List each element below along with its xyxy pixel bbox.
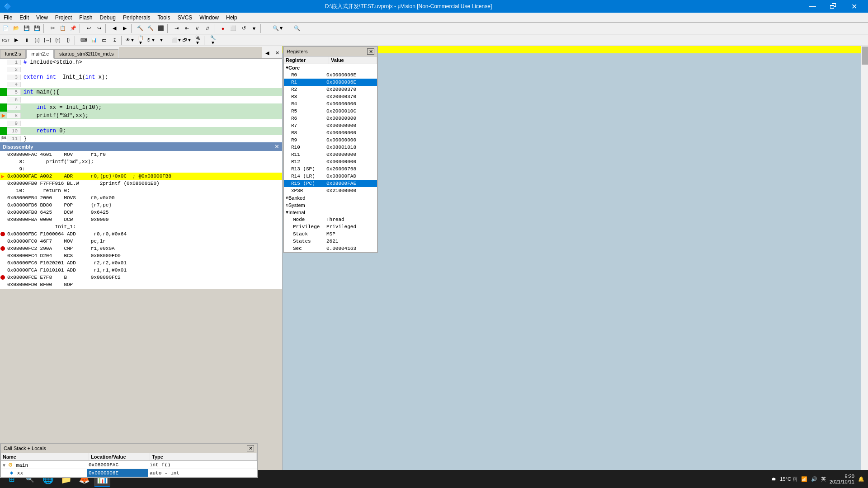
core-collapse-icon[interactable]: ▼ [284, 66, 288, 70]
taskbar-date: 2021/10/11 [830, 479, 854, 484]
tab-scroll-right[interactable]: ✕ [272, 48, 282, 58]
tb2-more[interactable]: ▼ [156, 35, 166, 45]
tb2-mem[interactable]: 🗃 [99, 35, 109, 45]
close-button[interactable]: ✕ [844, 0, 864, 13]
tb2-sym[interactable]: Σ [110, 35, 120, 45]
menu-debug[interactable]: Debug [96, 13, 119, 22]
reg-R15[interactable]: R15 (PC) 0x08000FAE [284, 180, 377, 187]
code-indicator-10 [0, 127, 7, 135]
reg-R12[interactable]: R12 0x00000000 [284, 158, 377, 165]
reg-R8[interactable]: R8 0x00000000 [284, 129, 377, 136]
menu-file[interactable]: File [0, 13, 16, 22]
code-indicator-5 [0, 88, 7, 96]
tb-paste[interactable]: 📌 [68, 23, 78, 33]
menu-project[interactable]: Project [52, 13, 75, 22]
tb-rebuild[interactable]: 🔨 [146, 23, 156, 33]
system-expand-icon[interactable]: ⊕ [284, 202, 288, 208]
tb2-trace[interactable]: 📊 [89, 35, 99, 45]
reg-R1[interactable]: R1 0x0000006E [284, 79, 377, 86]
reg-R11[interactable]: R11 0x00000000 [284, 151, 377, 158]
menu-help[interactable]: Help [222, 13, 241, 22]
dis-row-17: 0x08000FCA F1010101 ADD r1,r1,#0x01 [0, 267, 282, 274]
tb-dbg-run[interactable]: ● [218, 23, 228, 33]
tb2-cmd[interactable]: ⌨ [79, 35, 89, 45]
tb-dbg-more[interactable]: ▼ [249, 23, 259, 33]
reg-R7[interactable]: R7 0x00000000 [284, 122, 377, 129]
tb2-run-to[interactable]: {} [63, 35, 73, 45]
reg-R15-name: R15 (PC) [284, 181, 325, 186]
right-scrollbar[interactable] [861, 46, 868, 478]
tab-func2s[interactable]: func2.s [0, 49, 26, 58]
reg-R13[interactable]: R13 (SP) 0x20000768 [284, 165, 377, 173]
tb-undo[interactable]: ↩ [84, 23, 94, 33]
menu-svcs[interactable]: SVCS [174, 13, 196, 22]
reg-R0[interactable]: R0 0x0000006E [284, 71, 377, 79]
reg-R2[interactable]: R2 0x20000370 [284, 86, 377, 93]
menu-flash[interactable]: Flash [75, 13, 96, 22]
internal-expand-icon[interactable]: ▼ [284, 210, 288, 215]
tb-new[interactable]: 📄 [1, 23, 11, 33]
reg-R6[interactable]: R6 0x00000000 [284, 115, 377, 122]
tb-open[interactable]: 📂 [11, 23, 21, 33]
menu-tools[interactable]: Tools [154, 13, 174, 22]
tb-redo[interactable]: ↪ [94, 23, 104, 33]
tb-dbg-stop[interactable]: ⬜ [228, 23, 238, 33]
disassembly-close[interactable]: ✕ [274, 143, 279, 150]
reg-R5[interactable]: R5 0x2000010C [284, 108, 377, 115]
reg-R4[interactable]: R4 0x00000000 [284, 100, 377, 108]
tb2-watch[interactable]: 👁▼ [125, 35, 135, 45]
tb-comment[interactable]: // [192, 23, 202, 33]
tb-save[interactable]: 💾 [22, 23, 32, 33]
menu-view[interactable]: View [33, 13, 52, 22]
tb2-rst[interactable]: RST [1, 35, 11, 45]
taskbar-notification[interactable]: 🔔 [858, 476, 864, 482]
tb2-win[interactable]: 🗗▼ [182, 35, 192, 45]
reg-R14[interactable]: R14 (LR) 0x08000FAD [284, 173, 377, 180]
tb2-step-over[interactable]: {→} [42, 35, 52, 45]
callstack-close-button[interactable]: ✕ [247, 445, 254, 451]
tab-scroll-left[interactable]: ◀ [262, 48, 272, 58]
menu-peripherals[interactable]: Peripherals [119, 13, 154, 22]
registers-close-button[interactable]: ✕ [367, 48, 374, 55]
tb-saveall[interactable]: 💾 [32, 23, 42, 33]
tb2-tools2[interactable]: 🔧▼ [208, 35, 218, 45]
cs-main-expand-icon[interactable]: ▼ [3, 463, 5, 468]
tb-sep-4 [131, 24, 134, 33]
tb-uncomment[interactable]: // [203, 23, 212, 33]
tab-startup[interactable]: startup_stm32f10x_md.s [54, 49, 118, 58]
reg-R9[interactable]: R9 0x00000000 [284, 136, 377, 144]
breakpoint-dot-12 [0, 232, 5, 236]
code-content-11: } [21, 136, 282, 142]
tb-stop[interactable]: ⬛ [156, 23, 166, 33]
tb-copy[interactable]: 📋 [58, 23, 68, 33]
maximize-button[interactable]: 🗗 [823, 0, 844, 13]
tb-indent[interactable]: ⇥ [171, 23, 181, 33]
callstack-title-label: Call Stack + Locals [4, 446, 46, 451]
tb-search[interactable]: 🔍 [292, 23, 302, 33]
tb-dbg-reset[interactable]: ↺ [239, 23, 249, 33]
scrollbar-thumb[interactable] [862, 47, 868, 65]
menu-edit[interactable]: Edit [16, 13, 33, 22]
tb2-step-out[interactable]: {↑} [53, 35, 63, 45]
tab-main2c[interactable]: main2.c [26, 49, 54, 59]
tb2-step-in[interactable]: {↓} [32, 35, 42, 45]
tb-zoom-combo[interactable]: 🔍▼ [264, 23, 292, 33]
tb-build[interactable]: 🔨 [135, 23, 145, 33]
code-num-9: 9 [7, 121, 21, 126]
tb-unindent[interactable]: ⇤ [182, 23, 192, 33]
reg-R3[interactable]: R3 0x20000370 [284, 93, 377, 100]
tb2-run[interactable]: ▶ [11, 35, 21, 45]
reg-R10[interactable]: R10 0x08001018 [284, 144, 377, 151]
tb2-stop2[interactable]: ⏸ [22, 35, 32, 45]
minimize-button[interactable]: — [802, 0, 823, 13]
menu-window[interactable]: Window [196, 13, 222, 22]
reg-xPSR[interactable]: xPSR 0x21000000 [284, 187, 377, 194]
banked-expand-icon[interactable]: ⊕ [284, 195, 288, 201]
tb2-mem2[interactable]: 📋▼ [136, 35, 146, 45]
tb2-perf[interactable]: ⏱▼ [146, 35, 156, 45]
tb-nav-back[interactable]: ◀ [109, 23, 119, 33]
tb-nav-fwd[interactable]: ▶ [120, 23, 130, 33]
tb2-plugin[interactable]: 🔌▼ [193, 35, 203, 45]
tb2-layout[interactable]: ⬜▼ [172, 35, 182, 45]
tb-cut[interactable]: ✂ [47, 23, 57, 33]
